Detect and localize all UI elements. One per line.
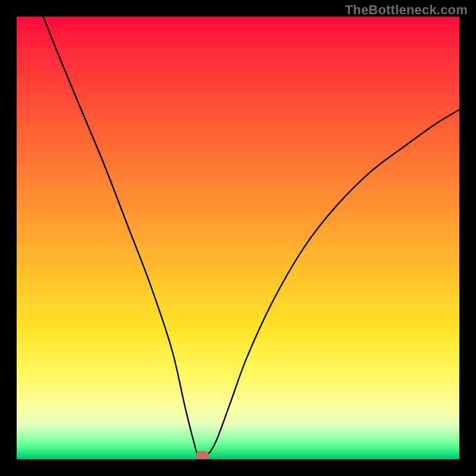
optimal-marker: [196, 451, 209, 459]
chart-frame: TheBottleneck.com: [0, 0, 476, 476]
bottleneck-curve: [17, 17, 459, 459]
watermark-text: TheBottleneck.com: [345, 2, 468, 18]
curve-path: [43, 17, 459, 456]
plot-area: [17, 17, 459, 459]
